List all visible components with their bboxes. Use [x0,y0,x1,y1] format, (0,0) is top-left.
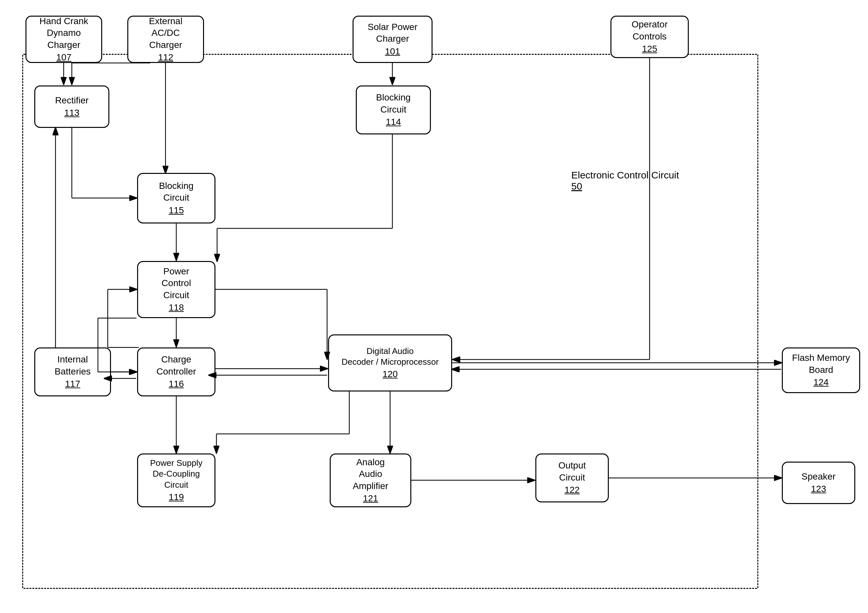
block-decoupling-label: Power Supply De-Coupling Circuit [150,458,202,491]
block-batteries-label: Internal Batteries [54,354,91,378]
block-operator-num: 125 [642,43,657,55]
block-analog-audio: Analog Audio Amplifier 121 [330,454,411,507]
block-115-label: Blocking Circuit [159,180,194,204]
block-batteries-num: 117 [65,378,80,390]
block-hand-crank-label: Hand Crank Dynamo Charger [39,15,88,51]
block-internal-batteries: Internal Batteries 117 [34,347,111,396]
block-external-ac-label: External AC/DC Charger [149,15,183,51]
block-114-label: Blocking Circuit [376,92,411,116]
block-115-num: 115 [169,204,184,216]
block-output-label: Output Circuit [558,460,586,483]
block-hand-crank: Hand Crank Dynamo Charger 107 [25,15,102,63]
block-external-ac-num: 112 [158,51,174,63]
block-rectifier-num: 113 [64,107,80,119]
block-decoupling-num: 119 [169,491,184,503]
block-power-control-num: 118 [169,302,184,314]
block-flash-num: 124 [814,376,829,388]
ecc-label: Electronic Control Circuit 50 [571,170,679,192]
block-flash-memory: Flash Memory Board 124 [782,347,860,393]
block-charge-label: Charge Controller [157,354,196,378]
block-power-supply-decoupling: Power Supply De-Coupling Circuit 119 [137,454,215,507]
block-blocking-114: Blocking Circuit 114 [356,85,431,135]
block-flash-label: Flash Memory Board [792,352,850,376]
block-digital-num: 120 [383,368,398,380]
block-speaker-label: Speaker [801,471,835,483]
block-solar-power: Solar Power Charger 101 [353,15,432,63]
block-charge-controller: Charge Controller 116 [137,347,215,396]
block-speaker: Speaker 123 [782,461,855,504]
block-digital-label: Digital Audio Decoder / Microprocessor [341,346,439,368]
block-analog-num: 121 [363,492,378,505]
block-digital-audio: Digital Audio Decoder / Microprocessor 1… [328,334,452,392]
block-114-num: 114 [386,116,401,128]
block-speaker-num: 123 [811,483,826,495]
block-charge-num: 116 [169,378,184,390]
block-hand-crank-num: 107 [56,51,71,63]
block-rectifier-label: Rectifier [55,94,89,106]
block-output-circuit: Output Circuit 122 [535,454,609,502]
block-output-num: 122 [564,484,580,496]
diagram: Electronic Control Circuit 50 Hand Crank… [0,0,868,613]
block-power-control: Power Control Circuit 118 [137,261,215,318]
block-power-control-label: Power Control Circuit [161,266,191,301]
block-blocking-115: Blocking Circuit 115 [137,173,215,223]
block-solar-num: 101 [385,46,400,57]
block-solar-label: Solar Power Charger [367,21,417,45]
block-operator-label: Operator Controls [632,19,668,42]
block-external-ac: External AC/DC Charger 112 [127,15,204,63]
block-analog-label: Analog Audio Amplifier [353,457,389,492]
block-operator-controls: Operator Controls 125 [611,15,689,58]
block-rectifier: Rectifier 113 [34,85,109,128]
